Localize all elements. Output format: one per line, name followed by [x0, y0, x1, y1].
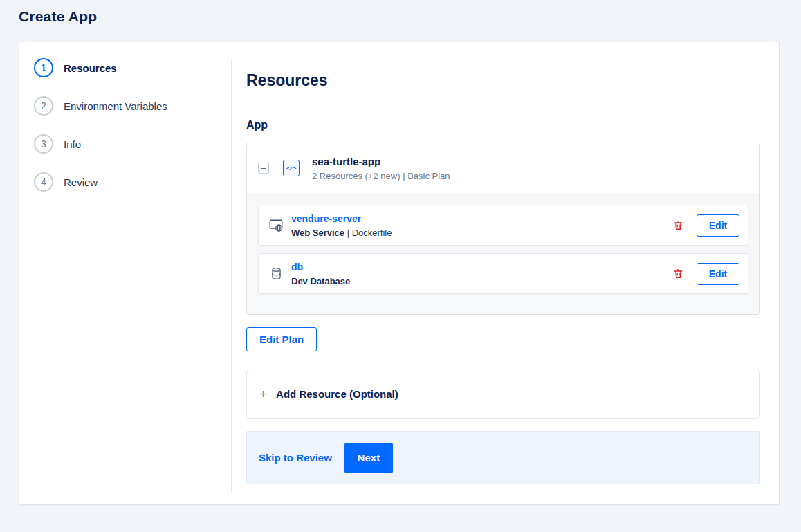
create-app-page: Create App 1 Resources 2 Environment Var…	[0, 0, 801, 532]
app-card-body: vendure-server Web Service | Dockerfile …	[247, 193, 759, 314]
content-heading: Resources	[246, 71, 760, 90]
edit-resource-button[interactable]: Edit	[697, 214, 739, 237]
page-title: Create App	[19, 8, 97, 25]
add-resource-button[interactable]: + Add Resource (Optional)	[246, 369, 760, 419]
database-icon	[267, 267, 285, 280]
resource-text: db Dev Database	[291, 262, 350, 286]
skip-to-review-link[interactable]: Skip to Review	[259, 452, 332, 464]
step-review[interactable]: 4 Review	[34, 172, 231, 192]
delete-resource-button[interactable]	[671, 266, 685, 281]
app-title-block: sea-turtle-app 2 Resources (+2 new) | Ba…	[312, 156, 450, 181]
step-number-badge: 4	[34, 172, 53, 192]
plus-icon: +	[259, 387, 267, 401]
step-label: Review	[64, 176, 98, 188]
step-resources[interactable]: 1 Resources	[34, 58, 231, 77]
step-label: Info	[64, 138, 81, 150]
resource-row: db Dev Database Edit	[258, 253, 748, 294]
code-icon: </>	[283, 160, 300, 176]
wizard-card: 1 Resources 2 Environment Variables 3 In…	[19, 42, 780, 505]
wizard-content: Resources App − </> sea-turtle-app 2 Res…	[232, 42, 779, 504]
edit-plan-button[interactable]: Edit Plan	[246, 327, 317, 351]
resource-description: Dev Database	[291, 276, 350, 286]
resource-type: Dev Database	[291, 276, 350, 286]
resource-description: Web Service | Dockerfile	[291, 228, 392, 238]
next-button[interactable]: Next	[344, 443, 393, 473]
step-number-badge: 3	[34, 134, 53, 154]
resource-text: vendure-server Web Service | Dockerfile	[291, 213, 392, 238]
step-label: Resources	[64, 62, 117, 74]
app-name: sea-turtle-app	[312, 156, 450, 167]
app-subtitle: 2 Resources (+2 new) | Basic Plan	[312, 171, 450, 181]
step-info[interactable]: 3 Info	[34, 134, 231, 154]
wizard-stepper: 1 Resources 2 Environment Variables 3 In…	[19, 42, 231, 504]
app-card: − </> sea-turtle-app 2 Resources (+2 new…	[246, 143, 760, 315]
collapse-button[interactable]: −	[258, 163, 269, 174]
web-service-icon	[267, 218, 285, 233]
app-card-header: − </> sea-turtle-app 2 Resources (+2 new…	[247, 143, 759, 193]
add-resource-label: Add Resource (Optional)	[276, 388, 398, 400]
delete-resource-button[interactable]	[671, 218, 685, 232]
step-number-badge: 2	[34, 96, 53, 116]
resource-type: Web Service	[291, 228, 344, 238]
resource-name-link[interactable]: db	[291, 262, 350, 273]
edit-resource-button[interactable]: Edit	[697, 263, 739, 285]
trash-icon	[672, 219, 684, 231]
step-label: Environment Variables	[64, 100, 167, 112]
resource-row: vendure-server Web Service | Dockerfile …	[258, 205, 748, 246]
trash-icon	[672, 268, 684, 279]
minus-icon: −	[261, 164, 266, 173]
app-section-label: App	[246, 119, 760, 131]
resource-detail: | Dockerfile	[344, 228, 392, 238]
step-environment-variables[interactable]: 2 Environment Variables	[34, 96, 231, 116]
step-number-badge: 1	[34, 58, 53, 77]
resource-name-link[interactable]: vendure-server	[291, 213, 392, 224]
wizard-footer: Skip to Review Next	[246, 431, 760, 484]
